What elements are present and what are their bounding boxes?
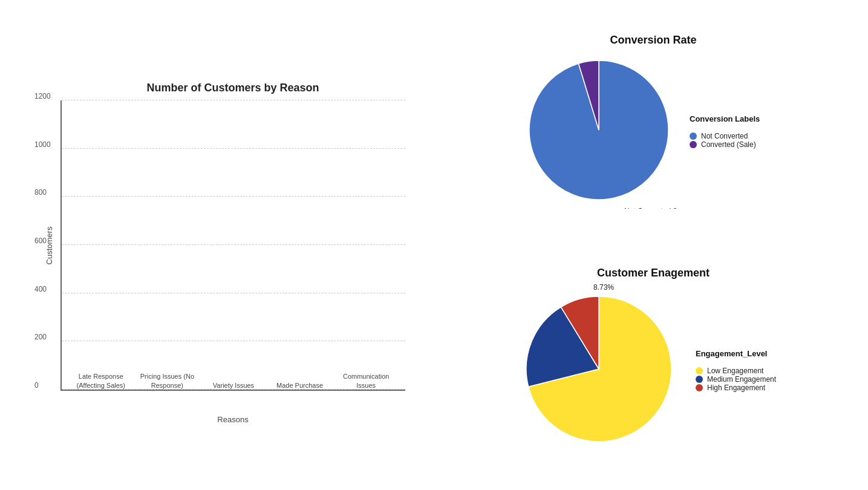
engagement-section: Customer Enagement High Engagement8.73%M… <box>448 267 859 456</box>
svg-text:Not Converted 95.29%: Not Converted 95.29% <box>624 207 677 209</box>
main-container: Number of Customers by Reason Customers … <box>0 0 868 490</box>
bar-label: Variety Issues <box>213 381 254 390</box>
legend-color-dot <box>696 367 703 374</box>
legend-label: Low Engagement <box>707 367 763 375</box>
bar-label: Made Purchase <box>276 381 323 390</box>
x-axis-label: Reasons <box>217 415 248 424</box>
y-axis-label: Customers <box>45 227 54 265</box>
bar-group: Pricing Issues (No Response) <box>134 368 201 390</box>
bar-label: Pricing Issues (No Response) <box>140 372 194 390</box>
legend-color-dot <box>696 384 703 391</box>
conversion-section: Conversion Rate Converted (Sale) 4.71%No… <box>448 34 859 211</box>
bar-label: Communication Issues <box>339 372 393 390</box>
conversion-pie-container: Converted (Sale) 4.71%Not Converted 95.2… <box>520 51 677 211</box>
conversion-title: Conversion Rate <box>610 34 696 47</box>
bar-label: Late Response (Affecting Sales) <box>74 372 128 390</box>
bars-area: Late Response (Affecting Sales)Pricing I… <box>62 100 405 390</box>
engagement-legend: Engagement_Level Low EngagementMedium En… <box>696 349 792 392</box>
left-panel: Number of Customers by Reason Customers … <box>12 6 448 484</box>
engagement-pie-container: High Engagement8.73%Medium Engagem...20.… <box>514 284 684 456</box>
bar-group: Made Purchase <box>267 377 333 390</box>
legend-label: Converted (Sale) <box>701 140 756 149</box>
svg-text:8.73%: 8.73% <box>593 284 614 292</box>
legend-item: Converted (Sale) <box>690 140 786 149</box>
legend-label: Medium Engagement <box>707 375 776 384</box>
svg-text:Low Engagement: Low Engagement <box>653 453 684 454</box>
bar-chart-title: Number of Customers by Reason <box>60 82 405 94</box>
conversion-legend: Conversion Labels Not ConvertedConverted… <box>690 114 786 149</box>
legend-color-dot <box>690 132 697 140</box>
legend-color-dot <box>690 141 697 148</box>
engagement-title: Customer Enagement <box>597 267 710 279</box>
legend-label: High Engagement <box>707 384 765 392</box>
legend-item: Medium Engagement <box>696 375 792 384</box>
bar-group: Communication Issues <box>333 368 399 390</box>
legend-label: Not Converted <box>701 132 748 140</box>
conversion-row: Converted (Sale) 4.71%Not Converted 95.2… <box>520 51 786 211</box>
conversion-legend-title: Conversion Labels <box>690 114 786 123</box>
legend-item: Not Converted <box>690 132 786 140</box>
bar-group: Variety Issues <box>200 377 267 390</box>
right-panel: Conversion Rate Converted (Sale) 4.71%No… <box>448 6 859 484</box>
engagement-row: High Engagement8.73%Medium Engagem...20.… <box>514 284 792 456</box>
legend-item: Low Engagement <box>696 367 792 375</box>
legend-item: High Engagement <box>696 384 792 392</box>
conversion-pie-svg: Converted (Sale) 4.71%Not Converted 95.2… <box>520 51 677 209</box>
bar-chart-container: Number of Customers by Reason Customers … <box>18 70 442 420</box>
engagement-pie-svg: High Engagement8.73%Medium Engagem...20.… <box>514 284 684 454</box>
legend-color-dot <box>696 376 703 383</box>
bar-chart-inner: 120010008006004002000 Late Response (Aff… <box>60 100 405 391</box>
engagement-legend-title: Engagement_Level <box>696 349 792 358</box>
bar-group: Late Response (Affecting Sales) <box>68 368 134 390</box>
